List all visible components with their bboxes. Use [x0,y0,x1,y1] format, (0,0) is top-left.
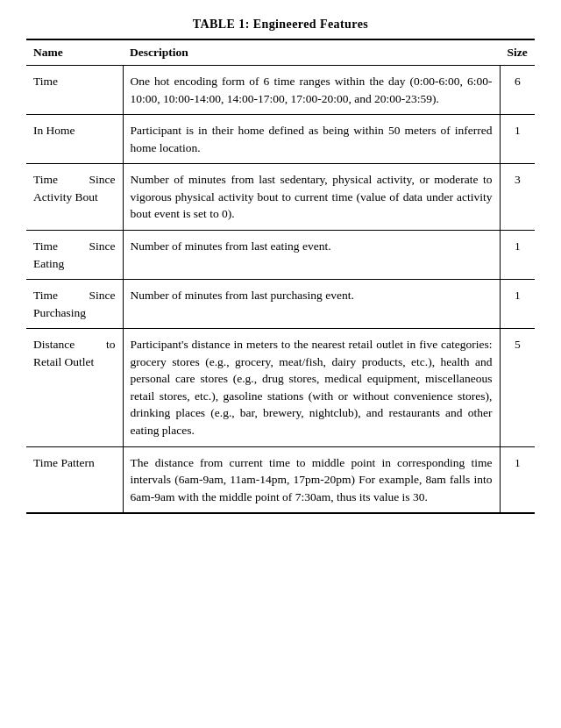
cell-name-6: Time Pattern [26,446,123,513]
cell-description-5: Participant's distance in meters to the … [123,329,500,446]
cell-size-3: 1 [500,230,535,279]
cell-name-4: Time Since Purchasing [26,280,123,329]
cell-description-2: Number of minutes from last sedentary, p… [123,164,500,231]
cell-size-6: 1 [500,446,535,513]
cell-name-5: Distance to Retail Outlet [26,329,123,446]
page-title: TABLE 1: Engineered Features [26,18,535,32]
header-description: Description [123,39,500,66]
table-row: TimeOne hot encoding form of 6 time rang… [26,66,535,115]
table-row: Time Since Activity BoutNumber of minute… [26,164,535,231]
cell-description-6: The distance from current time to middle… [123,446,500,513]
cell-size-4: 1 [500,280,535,329]
table-row: In HomeParticipant is in their home defi… [26,115,535,164]
table-row: Time PatternThe distance from current ti… [26,446,535,513]
cell-description-1: Participant is in their home defined as … [123,115,500,164]
table-row: Distance to Retail OutletParticipant's d… [26,329,535,446]
cell-name-3: Time Since Eating [26,230,123,279]
header-name: Name [26,39,123,66]
cell-description-4: Number of minutes from last purchasing e… [123,280,500,329]
cell-description-0: One hot encoding form of 6 time ranges w… [123,66,500,115]
cell-name-0: Time [26,66,123,115]
cell-name-1: In Home [26,115,123,164]
header-size: Size [500,39,535,66]
cell-description-3: Number of minutes from last eating event… [123,230,500,279]
features-table: Name Description Size TimeOne hot encodi… [26,39,535,514]
cell-size-0: 6 [500,66,535,115]
cell-size-5: 5 [500,329,535,446]
cell-size-2: 3 [500,164,535,231]
cell-name-2: Time Since Activity Bout [26,164,123,231]
table-row: Time Since PurchasingNumber of minutes f… [26,280,535,329]
table-header-row: Name Description Size [26,39,535,66]
cell-size-1: 1 [500,115,535,164]
table-row: Time Since EatingNumber of minutes from … [26,230,535,279]
